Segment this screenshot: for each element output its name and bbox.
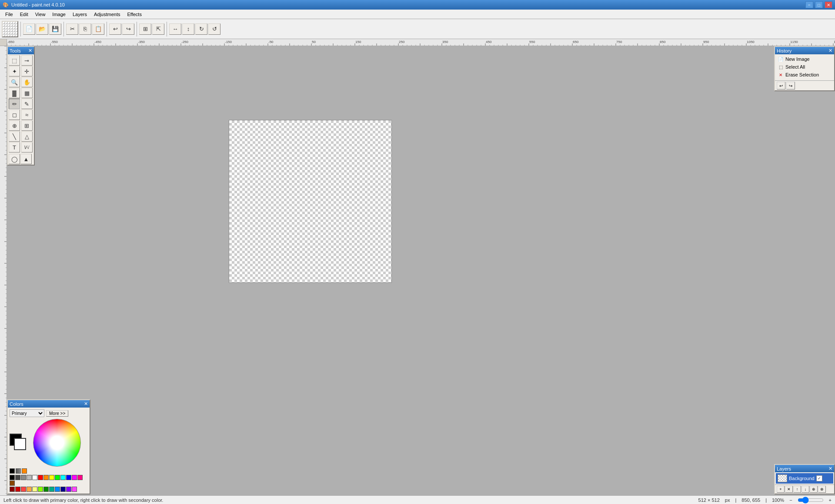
history-panel-close[interactable]: ✕ (828, 48, 832, 53)
palette-swatch-pink[interactable] (77, 475, 83, 480)
tool-eraser[interactable]: ◻ (9, 109, 20, 120)
palette-swatch-navy[interactable] (60, 487, 66, 492)
tool-line[interactable]: ╲ (9, 131, 20, 142)
colors-panel-close[interactable]: ✕ (84, 401, 88, 407)
history-item-new-image[interactable]: 📄 New Image (776, 55, 833, 63)
layer-merge-button[interactable]: ⊗ (818, 486, 826, 493)
palette-swatch-orange[interactable] (43, 475, 49, 480)
zoom-out-button[interactable]: − (789, 497, 792, 503)
palette-swatch-teal[interactable] (49, 487, 54, 492)
menu-view[interactable]: View (32, 11, 49, 18)
palette-swatch-yellow[interactable] (49, 475, 54, 480)
orange-icon[interactable] (22, 468, 27, 474)
tool-zoom[interactable]: 🔍 (9, 77, 20, 87)
save-file-button[interactable]: 💾 (49, 23, 61, 35)
menu-effects[interactable]: Effects (124, 11, 145, 18)
canvas-area[interactable] (7, 46, 835, 495)
tool-smudge[interactable]: ≈ (21, 109, 33, 120)
resize-button[interactable]: ⇱ (152, 23, 164, 35)
history-redo-button[interactable]: ↪ (786, 82, 795, 90)
layer-up-button[interactable]: ↑ (793, 486, 801, 493)
menu-file[interactable]: File (2, 11, 17, 18)
palette-swatch-lightyellow[interactable] (32, 487, 37, 492)
main-canvas[interactable] (229, 120, 392, 283)
color-mode-select[interactable]: Primary Secondary (10, 409, 44, 417)
tool-text[interactable]: T (9, 142, 20, 153)
maximize-button[interactable]: □ (815, 1, 823, 8)
undo-button[interactable]: ↩ (109, 23, 121, 35)
layers-panel-close[interactable]: ✕ (828, 466, 832, 471)
menu-image[interactable]: Image (49, 11, 69, 18)
palette-swatch-medred[interactable] (15, 487, 20, 492)
flip-h-button[interactable]: ↔ (169, 23, 181, 35)
cut-button[interactable]: ✂ (66, 23, 78, 35)
palette-swatch-black[interactable] (10, 475, 15, 480)
flip-v-button[interactable]: ↕ (182, 23, 194, 35)
layer-duplicate-button[interactable]: ⊕ (810, 486, 818, 493)
zoom-slider[interactable] (798, 497, 824, 504)
layer-visible-checkbox[interactable]: ✓ (816, 475, 822, 481)
palette-swatch-lime[interactable] (38, 487, 43, 492)
tool-paintbrush[interactable]: ✏ (9, 99, 20, 109)
palette-swatch-gray[interactable] (21, 475, 26, 480)
layer-down-button[interactable]: ↓ (802, 486, 809, 493)
tool-triangle[interactable]: ▲ (20, 154, 32, 164)
palette-swatch-lightgray[interactable] (27, 475, 32, 480)
tool-move[interactable]: ✛ (21, 66, 33, 76)
gray-swatch[interactable] (16, 468, 21, 474)
more-colors-button[interactable]: More >> (46, 410, 68, 417)
paste-button[interactable]: 📋 (92, 23, 104, 35)
palette-swatch-green[interactable] (55, 475, 60, 480)
zoom-in-button[interactable]: + (829, 497, 832, 503)
background-color-swatch[interactable] (14, 438, 26, 450)
tool-hand[interactable]: ✋ (21, 77, 33, 87)
tool-pencil[interactable]: ✎ (21, 99, 33, 109)
tool-clone-stamp[interactable]: ⊕ (9, 120, 20, 131)
palette-swatch-salmon[interactable] (27, 487, 32, 492)
palette-swatch-brown[interactable] (10, 481, 15, 486)
menu-layers[interactable]: Layers (69, 11, 90, 18)
palette-swatch-cyan[interactable] (60, 475, 66, 480)
copy-button[interactable]: ⎘ (79, 23, 91, 35)
rotate-ccw-button[interactable]: ↺ (208, 23, 220, 35)
close-button[interactable]: ✕ (825, 1, 832, 8)
menu-adjustments[interactable]: Adjustments (90, 11, 124, 18)
redo-button[interactable]: ↪ (122, 23, 134, 35)
palette-swatch-darkred[interactable] (10, 487, 15, 492)
tool-shapes[interactable]: △ (21, 131, 33, 142)
palette-swatch-skyblue[interactable] (55, 487, 60, 492)
black-swatch[interactable] (10, 468, 15, 474)
minimize-button[interactable]: − (805, 1, 813, 8)
palette-swatch-darkgray[interactable] (15, 475, 20, 480)
tool-ellipse[interactable]: ◯ (9, 154, 20, 164)
palette-swatch-red[interactable] (38, 475, 43, 480)
rotate-cw-button[interactable]: ↻ (195, 23, 207, 35)
open-file-button[interactable]: 📂 (36, 23, 48, 35)
crop-button[interactable]: ⊞ (139, 23, 151, 35)
tool-lasso[interactable]: ⊸ (21, 55, 33, 66)
tool-paintbucket[interactable]: ▓ (9, 88, 20, 98)
tool-rectangle-select[interactable]: ⬚ (9, 55, 20, 66)
palette-swatch-violet[interactable] (66, 487, 71, 492)
palette-swatch-lightred[interactable] (21, 487, 26, 492)
tool-gradient[interactable]: ▦ (21, 88, 33, 98)
tool-recolor[interactable]: ⊞ (21, 120, 33, 131)
palette-swatch-lightmagenta[interactable] (72, 487, 77, 492)
menu-edit[interactable]: Edit (17, 11, 32, 18)
palette-swatch-blue[interactable] (66, 475, 71, 480)
tool-vector-text[interactable]: V√ (21, 142, 33, 153)
history-item-select-all[interactable]: ⬚ Select All (776, 63, 833, 71)
history-undo-button[interactable]: ↩ (777, 82, 785, 90)
new-file-button[interactable]: 📄 (23, 23, 35, 35)
tool-magic-wand[interactable]: ✦ (9, 66, 20, 76)
history-item-erase-selection[interactable]: ✕ Erase Selection (776, 71, 833, 79)
layer-delete-button[interactable]: ✕ (785, 486, 793, 493)
svg-text:250: 250 (399, 40, 405, 44)
palette-swatch-darkgreen[interactable] (43, 487, 49, 492)
tools-panel-close[interactable]: ✕ (28, 48, 32, 53)
palette-swatch-white[interactable] (32, 475, 37, 480)
palette-swatch-magenta[interactable] (72, 475, 77, 480)
layer-item-background[interactable]: Background ✓ (776, 473, 833, 484)
color-wheel[interactable] (33, 419, 81, 467)
layer-add-button[interactable]: + (777, 486, 785, 493)
